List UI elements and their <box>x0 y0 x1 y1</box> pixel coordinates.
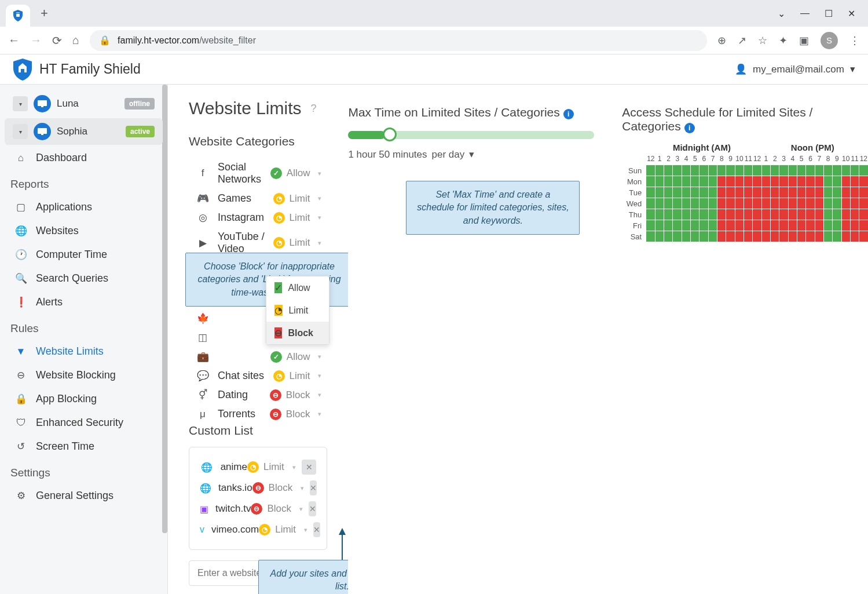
schedule-cell[interactable] <box>735 220 744 231</box>
nav-applications[interactable]: ▢Applications <box>0 195 167 219</box>
nav-websites[interactable]: 🌐Websites <box>0 219 167 243</box>
schedule-cell[interactable] <box>673 198 681 209</box>
schedule-cell[interactable] <box>753 187 761 198</box>
schedule-cell[interactable] <box>753 165 761 176</box>
schedule-cell[interactable] <box>842 220 850 231</box>
schedule-cell[interactable] <box>691 220 699 231</box>
nav-website-limits[interactable]: ▼Website Limits <box>0 340 167 363</box>
schedule-cell[interactable] <box>691 165 699 176</box>
schedule-cell[interactable] <box>735 176 744 187</box>
schedule-cell[interactable] <box>682 198 690 209</box>
expand-button[interactable]: ▾ <box>13 124 28 139</box>
schedule-cell[interactable] <box>789 165 797 176</box>
schedule-cell[interactable] <box>851 209 859 220</box>
schedule-cell[interactable] <box>753 209 761 220</box>
schedule-cell[interactable] <box>717 165 726 176</box>
schedule-cell[interactable] <box>673 176 681 187</box>
schedule-cell[interactable] <box>842 231 850 242</box>
dropdown-allow[interactable]: ✓Allow <box>266 276 329 299</box>
schedule-cell[interactable] <box>824 209 832 220</box>
dropdown-limit[interactable]: ◔Limit <box>266 299 329 322</box>
schedule-cell[interactable] <box>851 198 859 209</box>
schedule-cell[interactable] <box>833 209 841 220</box>
slider-thumb[interactable] <box>383 127 397 141</box>
schedule-cell[interactable] <box>833 176 841 187</box>
schedule-cell[interactable] <box>699 231 708 242</box>
schedule-cell[interactable] <box>717 176 726 187</box>
schedule-cell[interactable] <box>699 176 708 187</box>
schedule-cell[interactable] <box>859 176 867 187</box>
schedule-cell[interactable] <box>699 209 708 220</box>
schedule-cell[interactable] <box>797 165 805 176</box>
nav-computer-time[interactable]: 🕐Computer Time <box>0 243 167 267</box>
schedule-cell[interactable] <box>691 231 699 242</box>
chevron-down-icon[interactable]: ▾ <box>469 148 474 161</box>
nav-search-queries[interactable]: 🔍Search Queries <box>0 267 167 290</box>
status-dropdown[interactable]: ◔ Limit ▾ <box>273 193 322 205</box>
schedule-cell[interactable] <box>833 198 841 209</box>
schedule-cell[interactable] <box>709 165 717 176</box>
nav-app-blocking[interactable]: 🔒App Blocking <box>0 387 167 411</box>
schedule-grid[interactable]: SunMonTueWedThuFriSat <box>622 165 868 242</box>
schedule-cell[interactable] <box>655 198 664 209</box>
schedule-cell[interactable] <box>646 198 654 209</box>
schedule-cell[interactable] <box>762 198 770 209</box>
schedule-cell[interactable] <box>762 187 770 198</box>
schedule-cell[interactable] <box>655 187 664 198</box>
time-slider[interactable] <box>348 131 594 139</box>
schedule-cell[interactable] <box>682 209 690 220</box>
status-dropdown[interactable]: ◔ Limit ▾ <box>273 237 322 249</box>
active-tab[interactable] <box>6 5 30 27</box>
status-dropdown[interactable]: ⊖ Block ▾ <box>270 409 322 420</box>
schedule-cell[interactable] <box>726 220 734 231</box>
status-dropdown[interactable]: ◔ Limit ▾ <box>273 212 322 224</box>
schedule-cell[interactable] <box>806 187 814 198</box>
schedule-cell[interactable] <box>842 176 850 187</box>
schedule-cell[interactable] <box>806 209 814 220</box>
schedule-cell[interactable] <box>709 209 717 220</box>
schedule-cell[interactable] <box>859 209 867 220</box>
schedule-cell[interactable] <box>815 209 823 220</box>
schedule-cell[interactable] <box>779 198 788 209</box>
schedule-cell[interactable] <box>806 198 814 209</box>
schedule-cell[interactable] <box>726 209 734 220</box>
schedule-cell[interactable] <box>673 165 681 176</box>
schedule-cell[interactable] <box>682 231 690 242</box>
schedule-cell[interactable] <box>779 176 788 187</box>
schedule-cell[interactable] <box>717 209 726 220</box>
schedule-cell[interactable] <box>726 198 734 209</box>
schedule-cell[interactable] <box>806 231 814 242</box>
schedule-cell[interactable] <box>673 209 681 220</box>
schedule-cell[interactable] <box>709 187 717 198</box>
schedule-cell[interactable] <box>646 220 654 231</box>
schedule-cell[interactable] <box>735 165 744 176</box>
share-icon[interactable]: ↗ <box>738 34 746 47</box>
schedule-cell[interactable] <box>824 231 832 242</box>
schedule-cell[interactable] <box>744 165 752 176</box>
schedule-cell[interactable] <box>744 209 752 220</box>
schedule-cell[interactable] <box>842 198 850 209</box>
schedule-cell[interactable] <box>691 176 699 187</box>
schedule-cell[interactable] <box>664 209 672 220</box>
status-dropdown[interactable]: ✓ Allow ▾ <box>270 351 322 363</box>
schedule-cell[interactable] <box>673 220 681 231</box>
schedule-cell[interactable] <box>789 231 797 242</box>
schedule-cell[interactable] <box>691 187 699 198</box>
schedule-cell[interactable] <box>833 165 841 176</box>
schedule-cell[interactable] <box>682 187 690 198</box>
schedule-cell[interactable] <box>771 198 779 209</box>
schedule-cell[interactable] <box>664 198 672 209</box>
schedule-cell[interactable] <box>699 165 708 176</box>
nav-general-settings[interactable]: ⚙General Settings <box>0 484 167 508</box>
schedule-cell[interactable] <box>859 165 867 176</box>
nav-website-blocking[interactable]: ⊖Website Blocking <box>0 363 167 387</box>
schedule-cell[interactable] <box>824 176 832 187</box>
schedule-cell[interactable] <box>646 187 654 198</box>
schedule-cell[interactable] <box>815 187 823 198</box>
schedule-cell[interactable] <box>842 209 850 220</box>
schedule-cell[interactable] <box>833 220 841 231</box>
schedule-cell[interactable] <box>735 231 744 242</box>
schedule-cell[interactable] <box>699 198 708 209</box>
schedule-cell[interactable] <box>851 187 859 198</box>
schedule-cell[interactable] <box>771 176 779 187</box>
